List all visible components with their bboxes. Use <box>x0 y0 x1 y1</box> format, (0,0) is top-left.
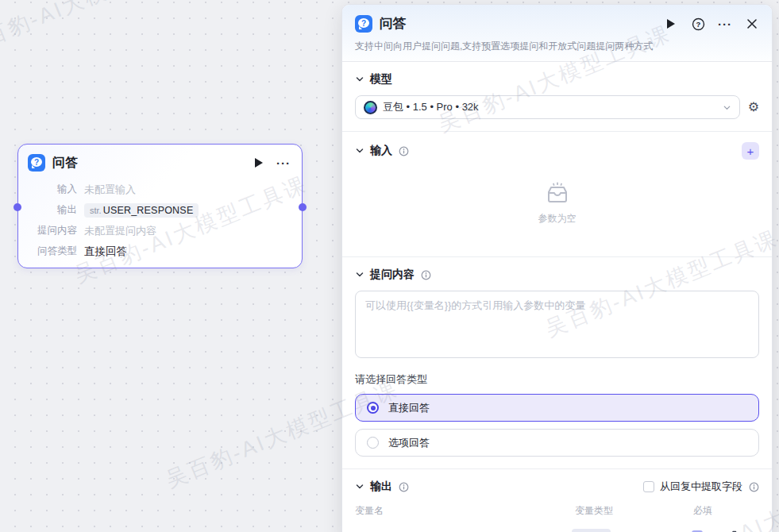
input-section-title: 输入 <box>370 144 392 158</box>
question-section-title: 提问内容 <box>370 268 415 282</box>
selected-model-name: 豆包 • 1.5 • Pro • 32k <box>383 100 717 114</box>
chevron-down-icon[interactable] <box>355 75 364 84</box>
run-icon[interactable] <box>664 17 678 31</box>
add-parameter-button[interactable]: + <box>742 142 759 160</box>
node-title: 问答 <box>52 155 245 172</box>
answer-type-option-choice[interactable]: 选项回答 <box>355 429 759 457</box>
panel-header: ? 问答 ? ··· 支持中间向用户提问问题,支持预置选项提问和开放式问题提问两… <box>342 5 772 62</box>
empty-inbox-icon <box>544 182 571 206</box>
input-section: 输入 + 参数为空 <box>342 132 772 257</box>
extract-fields-checkbox[interactable] <box>643 481 654 492</box>
question-content-section: 提问内容 请选择回答类型 直接回答 选项回答 <box>342 257 772 469</box>
variable-type-badge: String <box>572 529 611 532</box>
doubao-model-icon <box>364 101 377 114</box>
close-icon[interactable] <box>745 17 759 31</box>
select-chevron-icon <box>723 103 731 112</box>
info-icon <box>749 482 759 492</box>
qa-node-card[interactable]: ? 问答 ··· 输入 未配置输入 输出 str. USER_RESPONSE … <box>17 144 303 268</box>
chevron-down-icon[interactable] <box>355 270 364 279</box>
node-input-port[interactable] <box>13 203 21 211</box>
svg-text:?: ? <box>696 20 700 29</box>
output-table-row: USER_RESPONSE String — <box>355 528 759 532</box>
output-variable-badge: str. USER_RESPONSE <box>84 203 199 218</box>
info-icon <box>421 270 431 280</box>
answer-type-label: 请选择回答类型 <box>355 372 759 387</box>
extract-fields-label: 从回复中提取字段 <box>660 480 742 494</box>
info-icon <box>399 482 409 492</box>
help-icon[interactable]: ? <box>691 17 705 31</box>
output-section: 输出 从回复中提取字段 变量名 变量类型 必填 USER_RESPONSE St… <box>342 469 772 532</box>
model-section-title: 模型 <box>370 72 392 87</box>
node-row-answer-type: 问答类型 直接回答 <box>28 244 291 259</box>
node-row-input: 输入 未配置输入 <box>28 182 291 197</box>
panel-title: 问答 <box>380 15 657 33</box>
chevron-down-icon[interactable] <box>355 146 364 156</box>
model-settings-gear-icon[interactable]: ⚙ <box>748 101 759 114</box>
node-run-button[interactable] <box>252 156 266 170</box>
panel-subtitle: 支持中间向用户提问问题,支持预置选项提问和开放式问题提问两种方式 <box>355 40 759 53</box>
qa-panel-icon: ? <box>355 15 372 33</box>
empty-parameters-text: 参数为空 <box>538 212 577 226</box>
node-more-button[interactable]: ··· <box>276 156 291 170</box>
empty-parameters-state: 参数为空 <box>355 160 759 245</box>
node-row-output: 输出 str. USER_RESPONSE <box>28 202 291 218</box>
answer-type-option-direct[interactable]: 直接回答 <box>355 394 759 422</box>
radio-unselected-icon <box>367 437 379 449</box>
radio-selected-icon <box>367 402 379 414</box>
info-icon <box>399 146 409 156</box>
model-select[interactable]: 豆包 • 1.5 • Pro • 32k <box>355 95 740 119</box>
node-output-port[interactable] <box>299 203 307 211</box>
chevron-down-icon[interactable] <box>355 482 364 492</box>
expand-icon[interactable] <box>724 529 739 532</box>
question-content-input[interactable] <box>355 291 759 358</box>
more-icon[interactable]: ··· <box>718 17 732 31</box>
node-row-question: 提问内容 未配置提问内容 <box>28 223 291 238</box>
qa-node-icon: ? <box>28 154 45 172</box>
output-table-header: 变量名 变量类型 必填 <box>355 504 759 518</box>
output-section-title: 输出 <box>370 480 392 494</box>
model-section: 模型 豆包 • 1.5 • Pro • 32k ⚙ <box>342 62 772 132</box>
qa-config-panel: ? 问答 ? ··· 支持中间向用户提问问题,支持预置选项提问和开放式问题提问两… <box>341 4 773 532</box>
